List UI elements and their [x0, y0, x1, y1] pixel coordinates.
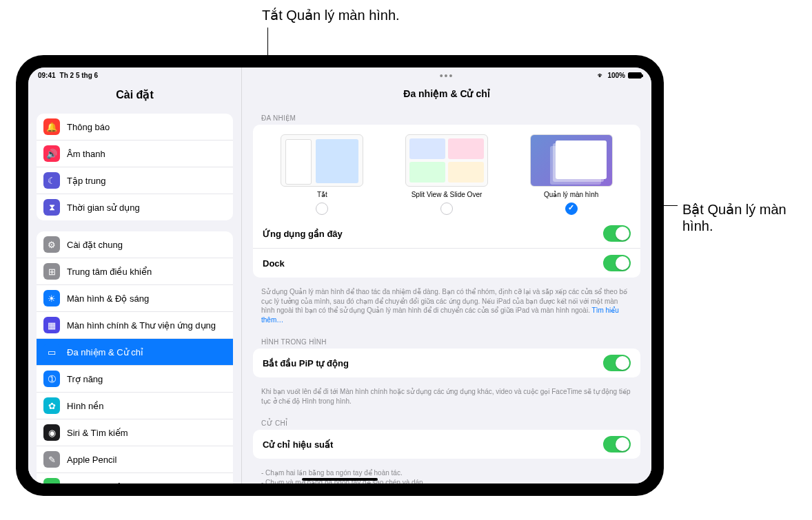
toggle-row: Dock: [253, 248, 640, 278]
sidebar-icon: 🔔: [43, 118, 60, 135]
mode-option-1[interactable]: Split View & Slide Over: [395, 134, 498, 215]
multitasking-card: TắtSplit View & Slide OverQuản lý màn hì…: [253, 125, 640, 278]
sidebar-icon: ☺: [43, 478, 60, 483]
sidebar-item-tr-n-ng[interactable]: ➀Trợ năng: [37, 366, 233, 393]
sidebar-item-label: Apple Pencil: [67, 455, 116, 465]
toggle-row: Cử chỉ hiệu suất: [253, 430, 640, 459]
sidebar-item-label: Thời gian sử dụng: [67, 202, 140, 213]
main-panel: ••• Đa nhiệm & Cử chỉ ĐA NHIỆM TắtSplit …: [242, 67, 651, 483]
mode-radio[interactable]: [565, 202, 578, 215]
sidebar-item-label: Face ID & Mật mã: [67, 481, 140, 484]
mode-thumbnail: [281, 134, 363, 187]
sidebar-item-label: Thông báo: [67, 122, 110, 132]
sidebar-item-h-nh-n-n[interactable]: ✿Hình nền: [37, 393, 233, 419]
sidebar-item--m-thanh[interactable]: 🔊Âm thanh: [37, 141, 233, 167]
sidebar-icon: ⊞: [43, 263, 60, 280]
section-header-gestures: CỬ CHỈ: [242, 414, 651, 430]
page-title: Đa nhiệm & Cử chỉ: [242, 84, 651, 109]
sidebar-icon: ◉: [43, 424, 60, 441]
sidebar-icon: ✿: [43, 397, 60, 414]
gestures-card: Cử chỉ hiệu suất: [253, 430, 640, 459]
mode-option-2[interactable]: Quản lý màn hình: [520, 134, 623, 215]
sidebar-item-th-ng-b-o[interactable]: 🔔Thông báo: [37, 114, 233, 141]
screen: 09:41 Th 2 5 thg 6 ᯤ 100% Cài đặt 🔔Thông…: [28, 67, 651, 483]
multitasking-footer: Sử dụng Quản lý màn hình để thao tác đa …: [242, 284, 651, 333]
sidebar-icon: ⚙: [43, 236, 60, 253]
battery-percent: 100%: [607, 72, 625, 79]
toggle-switch[interactable]: [603, 436, 631, 453]
sidebar-item-c-i-t-chung[interactable]: ⚙Cài đặt chung: [37, 231, 233, 258]
sidebar-item-th-i-gian-s-d-ng[interactable]: ⧗Thời gian sử dụng: [37, 194, 233, 220]
mode-thumbnail: [530, 134, 613, 187]
status-time: 09:41: [38, 72, 56, 79]
toggle-row: Ứng dụng gần đây: [253, 219, 640, 248]
pip-footer: Khi bạn vuốt lên để đi tới Màn hình chín…: [242, 384, 651, 414]
sidebar-item-label: Trợ năng: [67, 374, 103, 384]
mode-radio[interactable]: [440, 202, 453, 215]
wifi-icon: ᯤ: [598, 72, 605, 79]
toggle-label: Cử chỉ hiệu suất: [263, 439, 333, 450]
sidebar-item-label: Tập trung: [67, 176, 105, 186]
section-header-pip: HÌNH TRONG HÌNH: [242, 333, 651, 349]
sidebar-item-trung-t-m-i-u-khi-n[interactable]: ⊞Trung tâm điều khiển: [37, 258, 233, 285]
sidebar-icon: ✎: [43, 451, 60, 468]
callout-on: Bật Quản lý màn hình.: [682, 201, 812, 234]
home-indicator[interactable]: [302, 478, 378, 481]
sidebar-item-label: Đa nhiệm & Cử chỉ: [67, 347, 143, 357]
sidebar-item-siri-t-m-ki-m[interactable]: ◉Siri & Tìm kiếm: [37, 419, 233, 446]
sidebar-item-apple-pencil[interactable]: ✎Apple Pencil: [37, 446, 233, 473]
sidebar-item-t-p-trung[interactable]: ☾Tập trung: [37, 167, 233, 194]
sidebar-item-label: Âm thanh: [67, 149, 105, 159]
sidebar-item-label: Siri & Tìm kiếm: [67, 428, 128, 438]
sidebar-item-label: Màn hình chính & Thư viện ứng dụng: [67, 320, 216, 331]
status-date: Th 2 5 thg 6: [60, 72, 99, 79]
toggle-label: Ứng dụng gần đây: [263, 229, 343, 239]
sidebar-icon: ☾: [43, 172, 60, 189]
sidebar-item-label: Hình nền: [67, 401, 104, 411]
toggle-switch[interactable]: [603, 355, 631, 371]
toggle-label: Dock: [263, 258, 285, 269]
section-header-multitasking: ĐA NHIỆM: [242, 109, 651, 125]
pip-card: Bắt đầu PiP tự động: [253, 349, 640, 377]
mode-label: Quản lý màn hình: [544, 191, 598, 198]
mode-label: Split View & Slide Over: [412, 191, 483, 198]
mode-label: Tắt: [317, 191, 327, 198]
sidebar-item-label: Trung tâm điều khiển: [67, 267, 152, 277]
mode-thumbnail: [405, 134, 488, 187]
sidebar-item-m-n-h-nh-s-ng[interactable]: ☀Màn hình & Độ sáng: [37, 285, 233, 312]
sidebar-item-m-n-h-nh-ch-nh-th-vi-n-ng-d-ng[interactable]: ▦Màn hình chính & Thư viện ứng dụng: [37, 312, 233, 339]
gestures-footer: - Chạm hai lần bằng ba ngón tay để hoàn …: [242, 466, 651, 483]
battery-icon: [628, 72, 642, 79]
toggle-label: Bắt đầu PiP tự động: [263, 358, 349, 368]
sidebar-icon: ☀: [43, 290, 60, 306]
toggle-switch[interactable]: [603, 225, 631, 242]
callout-off: Tắt Quản lý màn hình.: [262, 7, 400, 23]
sidebar-icon: 🔊: [43, 145, 60, 162]
sidebar-item-face-id-m-t-m-[interactable]: ☺Face ID & Mật mã: [37, 473, 233, 483]
sidebar-icon: ➀: [43, 371, 60, 387]
sidebar-item-label: Màn hình & Độ sáng: [67, 293, 149, 304]
toggle-row: Bắt đầu PiP tự động: [253, 349, 640, 377]
mode-option-0[interactable]: Tắt: [270, 134, 374, 215]
sidebar-title: Cài đặt: [28, 84, 241, 108]
ipad-frame: 09:41 Th 2 5 thg 6 ᯤ 100% Cài đặt 🔔Thông…: [16, 55, 664, 496]
sidebar-item-label: Cài đặt chung: [67, 240, 123, 250]
sidebar-item--a-nhi-m-c-ch-[interactable]: ▭Đa nhiệm & Cử chỉ: [37, 339, 233, 366]
sidebar-icon: ▦: [43, 317, 60, 333]
mode-radio[interactable]: [316, 202, 328, 215]
sidebar-icon: ⧗: [43, 199, 60, 216]
sidebar-icon: ▭: [43, 344, 60, 360]
toggle-switch[interactable]: [603, 255, 631, 271]
status-bar: 09:41 Th 2 5 thg 6 ᯤ 100%: [28, 67, 651, 81]
settings-sidebar: Cài đặt 🔔Thông báo🔊Âm thanh☾Tập trung⧗Th…: [28, 67, 242, 483]
